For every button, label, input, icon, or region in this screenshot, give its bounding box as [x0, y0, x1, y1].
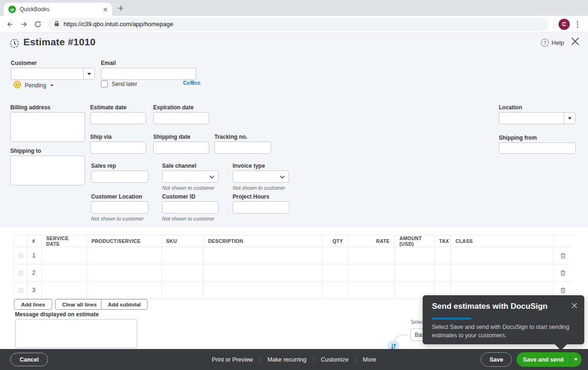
cell-tax[interactable] — [434, 247, 451, 264]
more-button[interactable]: More — [356, 356, 383, 363]
cell-rate[interactable] — [348, 282, 395, 299]
shipping-from-field[interactable] — [499, 142, 576, 154]
browser-menu-icon[interactable] — [573, 19, 582, 30]
trash-icon[interactable] — [553, 247, 572, 264]
cell-sku[interactable] — [162, 247, 204, 264]
estimate-date-label: Estimate date — [90, 104, 146, 111]
cell-description[interactable] — [204, 264, 323, 281]
cell-sku[interactable] — [162, 264, 204, 281]
billing-address-group: Billing address — [10, 104, 85, 142]
add-subtotal-button[interactable]: Add subtotal — [101, 299, 148, 310]
cell-qty[interactable] — [322, 264, 348, 281]
cell-rate[interactable] — [348, 247, 395, 264]
cell-sku[interactable] — [162, 282, 204, 299]
message-group: Message displayed on estimate — [15, 311, 137, 348]
sales-rep-field[interactable] — [91, 171, 149, 183]
cell-class[interactable] — [451, 247, 553, 264]
cell-class[interactable] — [451, 264, 553, 281]
status-label: Pending — [25, 82, 46, 89]
forward-icon[interactable] — [17, 17, 31, 31]
header-tax: TAX — [434, 235, 451, 247]
url-text: https://c39.qbo.intuit.com/app/homepage — [64, 21, 173, 28]
header-drag-cell — [14, 235, 28, 247]
cell-product-service[interactable] — [87, 264, 162, 281]
cell-service-date[interactable] — [42, 282, 87, 299]
footer-right-actions: Save Save and send — [481, 352, 581, 367]
location-select[interactable] — [499, 112, 575, 124]
cell-amount[interactable] — [395, 247, 434, 264]
cell-qty[interactable] — [322, 247, 348, 264]
drag-handle-icon[interactable] — [14, 247, 28, 264]
send-later-label: Send later — [112, 81, 137, 87]
not-shown-note: Not shown to customer — [233, 185, 289, 191]
shipping-to-field[interactable] — [10, 156, 85, 185]
cell-service-date[interactable] — [42, 264, 87, 281]
browser-profile-avatar[interactable]: C — [559, 19, 570, 30]
print-or-preview-button[interactable]: Print or Preview — [205, 356, 260, 363]
close-icon[interactable] — [571, 37, 580, 46]
chevron-down-icon[interactable] — [83, 68, 94, 79]
popup-accent-bar — [432, 318, 471, 320]
shipping-date-field[interactable] — [153, 142, 209, 154]
drag-handle-icon[interactable] — [14, 282, 28, 299]
drag-handle-icon[interactable] — [14, 264, 28, 281]
sale-channel-select[interactable] — [162, 171, 219, 183]
cell-product-service[interactable] — [87, 282, 162, 299]
save-and-send-caret-icon[interactable] — [570, 352, 581, 367]
cell-amount[interactable] — [395, 264, 434, 281]
reload-icon[interactable] — [31, 17, 45, 31]
customer-select[interactable] — [11, 68, 95, 80]
help-label: Help — [552, 39, 564, 46]
not-shown-note: Not shown to customer — [162, 185, 219, 191]
cell-tax[interactable] — [434, 264, 451, 281]
tracking-no-field[interactable] — [214, 142, 271, 154]
cell-description[interactable] — [204, 247, 323, 264]
trash-icon[interactable] — [553, 264, 572, 281]
cell-service-date[interactable] — [42, 247, 87, 264]
clear-all-lines-button[interactable]: Clear all lines — [55, 299, 104, 310]
email-field[interactable] — [101, 68, 196, 80]
recent-transactions-icon[interactable] — [9, 38, 20, 50]
help-icon: ? — [541, 39, 549, 47]
project-hours-label: Project Hours — [233, 193, 290, 200]
cell-rate[interactable] — [348, 264, 395, 281]
popup-body: Select Save and send with DocuSign to st… — [432, 323, 576, 340]
docusign-popup: Send estimates with DocuSign Select Save… — [423, 295, 584, 344]
add-lines-button[interactable]: Add lines — [14, 299, 52, 310]
status-badge[interactable]: Pending — [13, 80, 53, 91]
tracking-no-group: Tracking no. — [214, 134, 271, 154]
invoice-type-select[interactable] — [233, 171, 289, 183]
back-icon[interactable] — [3, 17, 17, 31]
tab-close-icon[interactable] — [103, 7, 107, 12]
browser-tab-strip: qb QuickBooks — [0, 0, 588, 16]
message-field[interactable] — [15, 319, 137, 348]
cancel-button[interactable]: Cancel — [10, 353, 48, 366]
sales-rep-group: Sales rep — [91, 163, 149, 183]
header-service-date: SERVICE DATE — [42, 235, 87, 247]
ship-via-field[interactable] — [90, 142, 146, 154]
popup-close-icon[interactable] — [572, 303, 577, 308]
tracking-no-label: Tracking no. — [214, 134, 271, 140]
header-amount: AMOUNT (USD) — [395, 235, 434, 247]
new-tab-icon[interactable] — [118, 5, 124, 11]
cell-qty[interactable] — [322, 282, 348, 299]
customer-location-field[interactable] — [91, 201, 149, 213]
send-later-checkbox[interactable] — [101, 80, 108, 87]
help-button[interactable]: ? Help — [541, 39, 564, 47]
url-input[interactable]: https://c39.qbo.intuit.com/app/homepage — [48, 18, 549, 31]
billing-address-field[interactable] — [10, 112, 85, 142]
project-hours-field[interactable] — [233, 201, 290, 213]
save-button[interactable]: Save — [481, 352, 512, 367]
send-later-group: Send later — [101, 80, 137, 87]
customer-id-field[interactable] — [162, 201, 219, 213]
estimate-date-field[interactable] — [90, 112, 146, 124]
cc-bcc-link[interactable]: Cc/Bcc — [183, 80, 200, 85]
save-and-send-button[interactable]: Save and send — [517, 352, 581, 367]
expiration-date-field[interactable] — [153, 112, 209, 124]
make-recurring-button[interactable]: Make recurring — [261, 356, 313, 363]
chevron-down-icon[interactable] — [564, 113, 575, 124]
cell-description[interactable] — [204, 282, 323, 299]
customize-button[interactable]: Customize — [314, 356, 355, 363]
cell-product-service[interactable] — [87, 247, 162, 264]
browser-tab[interactable]: qb QuickBooks — [4, 3, 112, 16]
